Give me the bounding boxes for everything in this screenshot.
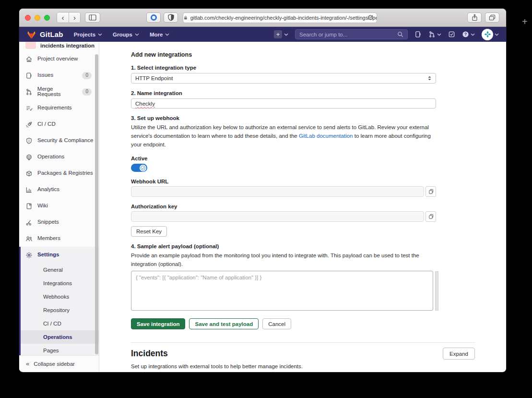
requirements-icon [25,105,33,112]
sidebar-item-project-overview[interactable]: Project overview [19,51,99,67]
new-tab-plus-icon[interactable]: + [522,16,528,27]
sidebar-item-issues[interactable]: Issues 0 [19,67,99,84]
gitlab-documentation-link[interactable]: GitLab documentation [299,133,353,139]
cancel-button[interactable]: Cancel [262,318,291,329]
chevron-down-icon [437,33,441,36]
plus-icon: + [274,30,282,38]
sidebar-item-packages-registries[interactable]: Packages & Registries [19,165,99,181]
search-input[interactable] [299,32,397,37]
nav-menu-groups[interactable]: Groups [113,32,139,37]
ci-cd-icon [25,121,33,128]
address-bar[interactable]: gitlab.com/checkly-engineering/checkly-g… [183,12,377,23]
global-search[interactable] [295,29,408,39]
payload-textarea[interactable]: { "events": [{ "application": "Name of a… [131,271,433,311]
issues-icon [414,31,422,38]
lock-icon [183,15,188,21]
nav-menu-projects[interactable]: Projects [74,32,102,37]
sidebar-item-label: Snippets [37,219,59,225]
incidents-title: Incidents [131,349,168,359]
integration-name-input[interactable]: Checkly [131,98,436,109]
issues-count-badge: 0 [82,72,92,79]
forward-button[interactable]: › [69,12,80,23]
sidebar-item-label: Merge Requests [37,86,78,97]
snippets-scissors-icon [25,219,33,226]
sidebar-item-wiki[interactable]: Wiki [19,198,99,214]
collapse-sidebar-button[interactable]: « Collapse sidebar [19,355,99,372]
payload-textarea-wrap: { "events": [{ "application": "Name of a… [131,271,436,311]
collapse-chevrons-icon: « [26,361,29,367]
password-extension-icon [151,14,157,21]
authorization-key-label: Authorization key [131,204,436,209]
sidebar-item-analytics[interactable]: Analytics [19,181,99,198]
nav-menu-more[interactable]: More [150,32,169,37]
project-header[interactable]: incidents integration [19,42,99,51]
back-button[interactable]: ‹ [57,12,69,23]
authorization-key-input[interactable] [131,211,424,222]
sidebar-item-settings[interactable]: Settings [21,247,99,263]
chevron-down-icon [165,33,169,36]
chevron-down-icon [471,33,475,36]
sidebar-item-label: Packages & Registries [37,170,93,176]
avatar-pattern-icon [484,30,492,38]
new-menu-button[interactable]: + [274,30,288,38]
nav-todos-button[interactable] [448,31,455,38]
sidebar-item-security-compliance[interactable]: Security & Compliance [19,133,99,149]
user-menu-button[interactable] [482,29,499,40]
sidebar-toggle-button[interactable] [85,12,100,23]
project-sidebar: incidents integration Project overview I… [19,42,99,372]
tab-overview-button[interactable] [485,12,499,23]
nav-issues-button[interactable] [414,31,422,38]
history-nav-group: ‹ › [57,12,81,23]
zoom-window-button[interactable] [44,15,50,21]
url-text: gitlab.com/checkly-engineering/checkly-g… [190,15,377,21]
brand-name: GitLab [40,30,63,38]
reload-icon [367,14,374,21]
copy-icon [428,188,434,195]
sidebar-item-snippets[interactable]: Snippets [19,214,99,230]
webhook-url-input[interactable] [131,186,424,197]
sidebar-item-label: Wiki [37,203,48,209]
content-scrollbar[interactable] [435,271,438,311]
sidebar-subitem-operations[interactable]: Operations [21,330,99,344]
reload-button[interactable] [367,14,374,21]
reset-key-button[interactable]: Reset Key [131,226,167,237]
close-window-button[interactable] [25,15,31,21]
sidebar-item-requirements[interactable]: Requirements [19,100,99,116]
integration-type-select[interactable]: HTTP Endpoint [131,73,436,84]
add-integration-form: Add new integrations 1. Select integrati… [131,51,436,372]
gitlab-brand[interactable]: GitLab [26,30,63,39]
sidebar-icon [89,14,96,21]
sidebar-scrollbar[interactable] [95,54,98,354]
page-content: incidents integration Project overview I… [19,42,506,372]
share-button[interactable] [467,12,482,23]
collapse-sidebar-label: Collapse sidebar [34,361,75,367]
active-label: Active [131,156,436,161]
todo-check-icon [448,31,455,38]
nav-merge-requests-button[interactable] [428,31,441,38]
save-and-test-payload-button[interactable]: Save and test payload [189,318,259,329]
sidebar-item-label: Operations [37,154,64,160]
sidebar-item-operations[interactable]: Operations [19,149,99,165]
expand-incidents-button[interactable]: Expand [443,348,475,360]
save-integration-button[interactable]: Save integration [131,318,185,329]
sidebar-subitem-webhooks[interactable]: Webhooks [21,290,99,303]
shield-extension-button[interactable] [164,12,178,23]
sidebar-item-merge-requests[interactable]: Merge Requests 0 [19,84,99,100]
copy-authorization-key-button[interactable] [426,211,436,222]
tabs-icon [489,14,496,21]
sidebar-item-ci-cd[interactable]: CI / CD [19,116,99,133]
sidebar-subitem-repository[interactable]: Repository [21,303,99,317]
sidebar-subitem-integrations[interactable]: Integrations [21,277,99,290]
sidebar-item-members[interactable]: Members [19,230,99,247]
home-icon [25,56,33,63]
sample-payload-label: 4. Sample alert payload (optional) [131,243,436,249]
sidebar-subitem-general[interactable]: General [21,263,99,277]
sidebar-subitem-ci-cd[interactable]: CI / CD [21,317,99,330]
password-extension-button[interactable] [146,12,161,23]
active-toggle[interactable] [131,164,147,172]
copy-webhook-url-button[interactable] [426,186,436,197]
minimize-window-button[interactable] [35,15,40,21]
nav-help-button[interactable]: ? [462,31,475,38]
incidents-description: Set up integrations with external tools … [131,363,436,369]
sidebar-item-label: Requirements [37,105,72,111]
